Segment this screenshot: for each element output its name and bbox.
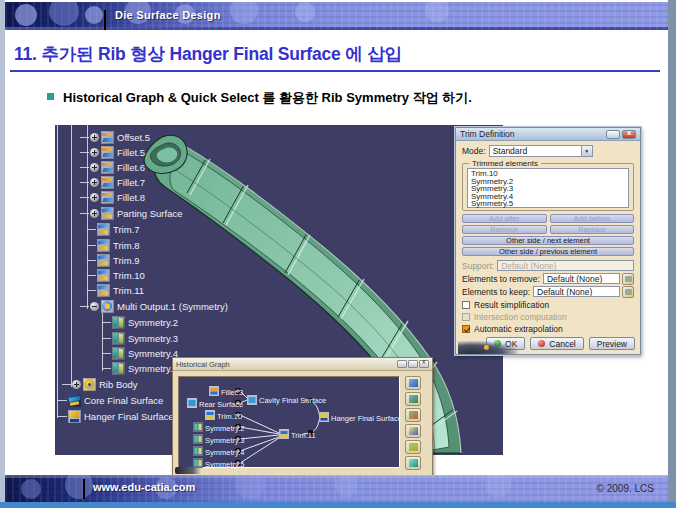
- tree-item[interactable]: Fillet.5: [80, 145, 145, 159]
- automatic-extrapolation-checkbox[interactable]: [462, 325, 470, 333]
- bullet-text: Historical Graph & Quick Select 를 활용한 Ri…: [63, 89, 472, 107]
- hg-tool-icon[interactable]: [405, 456, 421, 470]
- remove-button[interactable]: Remove: [462, 225, 547, 234]
- tree-item[interactable]: Trim.7: [87, 222, 140, 236]
- add-after-button[interactable]: Add after: [462, 214, 547, 223]
- banner-divider: [83, 479, 85, 499]
- hg-tool-icon[interactable]: [405, 392, 421, 406]
- help-button[interactable]: [606, 130, 620, 139]
- list-item[interactable]: Symmetry.5: [471, 200, 625, 208]
- other-side-previous-button[interactable]: Other side / previous element: [462, 247, 634, 256]
- hg-node-label: Rear Surface: [199, 400, 243, 409]
- trimmed-elements-list[interactable]: Trim.10 Symmetry.2 Symmetry.3 Symmetry.4…: [467, 168, 629, 208]
- footer-site: www.edu-catia.com: [93, 481, 195, 493]
- elements-to-keep-field[interactable]: Default (None): [533, 286, 620, 297]
- tree-item[interactable]: Trim.8: [87, 238, 140, 252]
- intersection-computation-label: Intersection computation: [474, 312, 567, 322]
- tree-item[interactable]: Trim.10: [87, 268, 145, 282]
- tree-item[interactable]: Symmetry.5: [102, 361, 178, 375]
- replace-button[interactable]: Replace: [550, 225, 635, 234]
- core-final-surface-icon: [68, 394, 81, 407]
- elements-to-remove-label: Elements to remove:: [462, 274, 540, 284]
- historical-graph-toolbar: [405, 372, 421, 476]
- tree-item[interactable]: Fillet.8: [80, 190, 145, 204]
- dialog-title: Trim Definition: [460, 129, 604, 139]
- close-button[interactable]: [622, 130, 636, 139]
- expand-icon[interactable]: [90, 178, 99, 187]
- collapse-icon[interactable]: [90, 302, 99, 311]
- maximize-button[interactable]: [408, 360, 418, 368]
- tree-item[interactable]: Symmetry.4: [102, 346, 178, 360]
- slide-border-right: [668, 0, 676, 508]
- expand-icon[interactable]: [72, 380, 81, 389]
- expand-icon[interactable]: [90, 163, 99, 172]
- hg-node-label: Trim.11: [291, 431, 316, 440]
- historical-graph-title: Historical Graph: [176, 360, 396, 369]
- symmetry-icon: [112, 347, 125, 360]
- minimize-button[interactable]: [397, 360, 407, 368]
- fillet-icon: [101, 191, 114, 204]
- add-before-button[interactable]: Add before: [550, 214, 635, 223]
- slide-border-left: [0, 0, 5, 508]
- preview-button[interactable]: Preview: [589, 337, 635, 350]
- elements-to-keep-label: Elements to keep:: [462, 287, 530, 297]
- tree-item[interactable]: Fillet.6: [80, 160, 145, 174]
- historical-graph-titlebar[interactable]: Historical Graph: [173, 358, 432, 371]
- hg-node-label: Symmetry.3: [205, 436, 244, 445]
- hg-tool-icon[interactable]: [405, 408, 421, 422]
- tree-item[interactable]: Trim.9: [87, 253, 140, 267]
- trim-icon: [97, 254, 110, 267]
- automatic-extrapolation-label: Automatic extrapolation: [474, 324, 563, 334]
- tree-item[interactable]: Trim.11: [87, 283, 144, 297]
- symmetry-icon: [112, 362, 125, 375]
- hg-node-label: Symmetry.4: [205, 448, 244, 457]
- dropdown-arrow-icon[interactable]: ▼: [581, 146, 592, 156]
- tree-item[interactable]: Fillet.7: [80, 175, 145, 189]
- tree-item[interactable]: Rib Body: [62, 377, 138, 391]
- trimmed-elements-group: Trimmed elements Trim.10 Symmetry.2 Symm…: [462, 163, 634, 211]
- tree-item[interactable]: Symmetry.3: [102, 331, 178, 345]
- tree-item[interactable]: Core Final Surface: [58, 393, 163, 407]
- hg-node-label: Fillet.3: [221, 388, 243, 397]
- expand-icon[interactable]: [90, 133, 99, 142]
- tree-item[interactable]: Hanger Final Surface: [58, 409, 174, 423]
- mode-select[interactable]: Standard ▼: [489, 145, 593, 157]
- tree-item[interactable]: Multi Output.1 (Symmetry): [80, 299, 228, 313]
- intersection-computation-checkbox[interactable]: [462, 313, 470, 321]
- select-elements-icon[interactable]: [622, 286, 634, 298]
- cancel-button[interactable]: Cancel: [530, 337, 583, 350]
- symmetry-icon: [112, 316, 125, 329]
- hg-resize-grip[interactable]: [175, 467, 201, 474]
- bottom-strip: [0, 502, 676, 508]
- expand-icon[interactable]: [90, 193, 99, 202]
- historical-graph-canvas: Fillet.3 Rear Surface Trim.10 Symmetry.2…: [178, 376, 400, 468]
- expand-icon[interactable]: [90, 148, 99, 157]
- mode-label: Mode:: [462, 146, 486, 156]
- trim-definition-dialog: Trim Definition Mode: Standard ▼ Trimmed…: [455, 127, 641, 355]
- other-side-next-button[interactable]: Other side / next element: [462, 236, 634, 245]
- page-title: 11. 추가된 Rib 형상 Hanger Final Surface 에 삽입: [14, 42, 402, 66]
- bullet-icon: [47, 93, 54, 100]
- elements-to-remove-field[interactable]: Default (None): [543, 273, 620, 284]
- footer-banner: www.edu-catia.com © 2009. LCS: [5, 475, 668, 502]
- tree-item[interactable]: Parting Surface: [80, 206, 182, 220]
- close-button[interactable]: [419, 360, 429, 368]
- dialog-titlebar[interactable]: Trim Definition: [456, 128, 640, 141]
- rib-body-icon: [83, 378, 96, 391]
- support-label: Support:: [462, 261, 494, 271]
- tree-item[interactable]: Symmetry.2: [102, 315, 178, 329]
- select-elements-icon[interactable]: [622, 273, 634, 285]
- trim-icon: [97, 269, 110, 282]
- historical-graph-window: Historical Graph: [172, 357, 433, 477]
- fillet-icon: [101, 146, 114, 159]
- result-simplification-checkbox[interactable]: [462, 301, 470, 309]
- header-banner: Die Surface Design: [5, 2, 668, 30]
- fillet-icon: [101, 176, 114, 189]
- expand-icon[interactable]: [90, 209, 99, 218]
- tree-item[interactable]: Offset.5: [80, 130, 150, 144]
- support-field[interactable]: Default (None): [497, 260, 634, 271]
- hg-tool-icon[interactable]: [405, 376, 421, 390]
- symmetry-icon: [112, 332, 125, 345]
- hg-tool-icon[interactable]: [405, 424, 421, 438]
- hg-tool-icon[interactable]: [405, 440, 421, 454]
